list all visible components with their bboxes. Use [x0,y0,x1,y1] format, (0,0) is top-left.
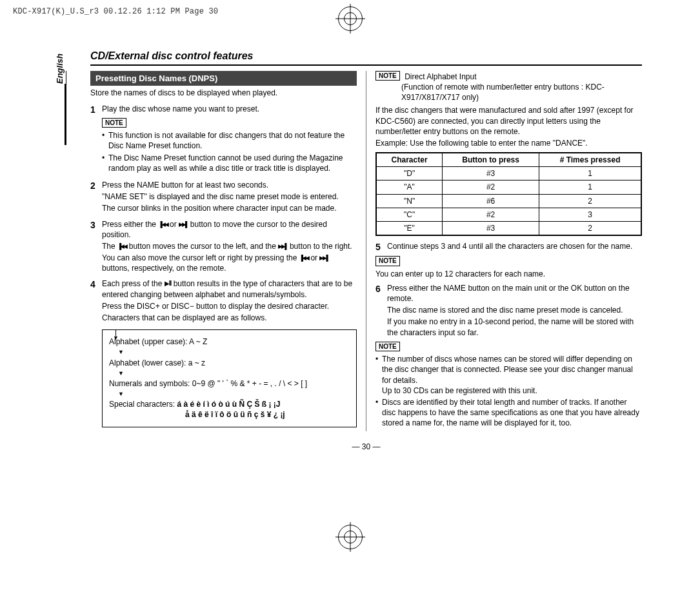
table-header: Button to press [443,153,539,167]
step-text: Press the DISC+ or DISC− button to displ… [102,301,357,311]
step-number: 1 [90,104,102,176]
skip-back-icon: ▐◀◀ [158,220,167,228]
skip-forward-icon: ▶▶▌ [319,254,328,262]
table-row: "C"#23 [376,208,641,221]
step-3: 3 Press either the ▐◀◀ or ▶▶▌ button to … [90,219,357,275]
step-6: 6 Press either the NAME button on the ma… [375,283,642,339]
skip-forward-icon: ▶▶▌ [179,220,188,228]
body-text: If the disc changers that were manufactu… [375,105,642,137]
step-number: 2 [90,180,102,215]
step-text: Continue steps 3 and 4 until all the cha… [387,241,642,251]
body-text: Example: Use the following table to ente… [375,138,642,148]
charset-row: Special characters: á à é è í ì ó ò ú ù … [109,399,350,420]
step-text: You can also move the cursor left or rig… [102,253,357,273]
registration-mark-top [335,4,365,34]
step-number: 4 [90,278,102,324]
note-item: This function is not available for disc … [102,130,357,151]
note-badge: NOTE [375,342,400,352]
charset-row: Alphabet (lower case): a ~ z [109,358,350,368]
table-row: "E"#32 [376,222,641,236]
step-text: If you make no entry in a 10-second peri… [387,317,642,337]
skip-back-icon: ▐◀◀ [299,254,308,262]
direct-alpha-header: NOTE Direct Alphabet Input (Function of … [375,71,642,103]
page-number: — 30 — [90,442,642,452]
note-item: The number of discs whose names can be s… [375,354,642,396]
step-text: The disc name is stored and the disc nam… [387,305,642,315]
subsection-heading: Presetting Disc Names (DNPS) [90,71,357,86]
step-2: 2 Press the NAME button for at least two… [90,180,357,215]
step-number: 5 [375,241,387,253]
direct-alpha-subtitle: (Function of remote with number/letter e… [401,82,642,102]
skip-forward-icon: ▶▶▌ [278,242,287,250]
step-text: Characters that can be displayed are as … [102,313,357,323]
note-item: The Disc Name Preset function cannot be … [102,153,357,173]
down-arrow-icon: ▼ [118,369,350,377]
step-4: 4 Each press of the ▶II button results i… [90,278,357,324]
step-1: 1 Play the disc whose name you want to p… [90,104,357,176]
step-text: The cursor blinks in the position where … [102,203,357,213]
note-badge: NOTE [375,71,400,81]
step-number: 6 [375,283,387,339]
note-badge: NOTE [375,256,400,266]
step-text: Press the NAME button for at least two s… [102,180,357,190]
table-row: "D"#31 [376,167,641,181]
subsection-intro: Store the names of discs to be displayed… [90,88,357,98]
play-pause-icon: ▶II [165,280,172,287]
down-arrow-icon: ▼ [118,390,350,398]
direct-alpha-title: Direct Alphabet Input [405,72,476,81]
table-header: Character [376,153,443,167]
table-header: # Times pressed [539,153,641,167]
step-5: 5 Continue steps 3 and 4 until all the c… [375,241,642,253]
registration-mark-bottom [335,522,365,552]
step-text: Play the disc whose name you want to pre… [102,104,357,114]
character-cycle-box: Alphabet (upper case): A ~ Z ▼ Alphabet … [102,329,357,427]
down-arrow-icon: ▼ [118,348,350,356]
step-text: Press either the NAME button on the main… [387,283,642,304]
note-badge: NOTE [102,118,126,128]
section-title: CD/External disc control features [90,49,642,66]
step-text: "NAME SET" is displayed and the disc nam… [102,191,357,202]
charset-row: Alphabet (upper case): A ~ Z [109,337,350,347]
language-tab: English [54,54,66,84]
charset-row: Numerals and symbols: 0~9 @ " ' ` % & * … [109,378,350,389]
step-number: 3 [90,219,102,275]
step-text: The ▐◀◀ button moves the cursor to the l… [102,241,357,251]
skip-back-icon: ▐◀◀ [117,242,126,250]
table-row: "A"#21 [376,181,641,194]
step-text: Each press of the ▶II button results in … [102,278,357,299]
alphabet-entry-table: Character Button to press # Times presse… [375,152,642,236]
table-row: "N"#62 [376,194,641,208]
step-text: Press either the ▐◀◀ or ▶▶▌ button to mo… [102,219,357,240]
note-item: Discs are identified by their total leng… [375,397,642,429]
note-text: You can enter up to 12 characters for ea… [375,269,642,279]
